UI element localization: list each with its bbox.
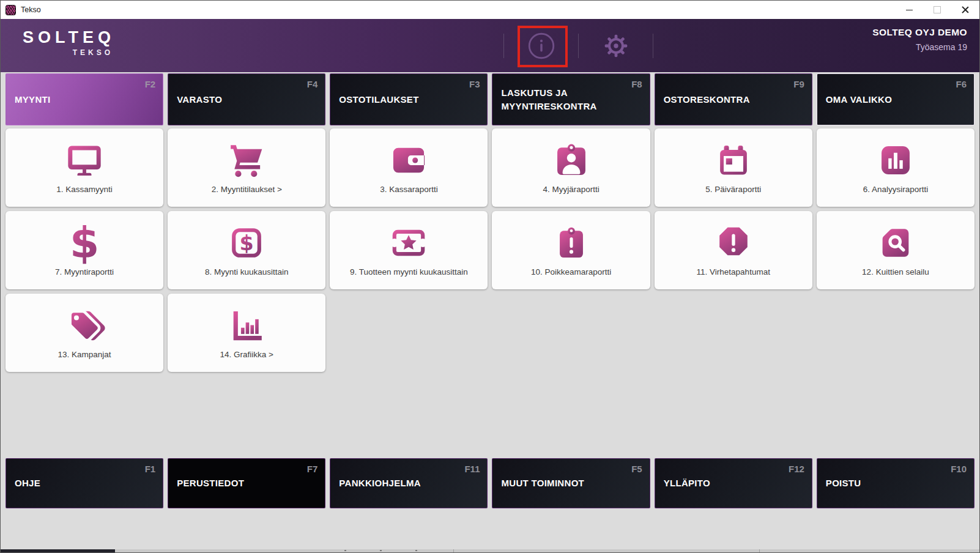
tile-label: 12. Kuittien selailu xyxy=(862,267,929,276)
tab-oma-valikko[interactable]: F6 OMA VALIKKO xyxy=(817,73,974,125)
tile-13-kampanjat[interactable]: 13. Kampanjat xyxy=(6,294,163,372)
id-badge-icon xyxy=(552,138,591,182)
fkey-badge: F11 xyxy=(464,464,480,474)
fkey-badge: F4 xyxy=(307,79,318,89)
tab-ostotilaukset[interactable]: F3 OSTOTILAUKSET xyxy=(330,73,488,125)
top-tab-bar: F2 MYYNTI F4 VARASTO F3 OSTOTILAUKSET F8… xyxy=(6,73,974,125)
divider xyxy=(653,34,653,58)
dollar-icon: $ xyxy=(65,221,104,265)
tick xyxy=(380,550,382,551)
tile-label: 13. Kampanjat xyxy=(58,350,111,359)
fkey-badge: F7 xyxy=(307,464,318,474)
chart-square-icon xyxy=(876,138,915,182)
tags-icon xyxy=(65,303,104,347)
solteq-logo: SOLTEQ TEKSO xyxy=(23,29,115,57)
monitor-icon xyxy=(65,138,104,182)
tab-label: OSTORESKONTRA xyxy=(655,93,759,106)
tile-6-analyysiraportti[interactable]: 6. Analyysiraportti xyxy=(817,128,974,207)
tile-9-tuotteen-myynti-kuukausittain[interactable]: 9. Tuotteen myynti kuukausittain xyxy=(330,211,488,289)
taskbar-peek-dark xyxy=(1,549,115,552)
tile-label: 6. Analyysiraportti xyxy=(863,185,929,194)
fkey-badge: F3 xyxy=(469,79,480,89)
ticket-star-icon xyxy=(389,221,428,265)
tile-label: 4. Myyjäraportti xyxy=(543,185,599,194)
button-pankkiohjelma[interactable]: F11 PANKKIOHJELMA xyxy=(330,458,488,508)
tile-label: 2. Myyntitilaukset > xyxy=(212,185,282,194)
tab-laskutus-ja-myyntireskontra[interactable]: F8 LASKUTUS JA MYYNTIRESKONTRA xyxy=(492,73,650,125)
tile-3-kassaraportti[interactable]: 3. Kassaraportti xyxy=(330,128,488,207)
tile-label: 14. Grafiikka > xyxy=(220,350,273,359)
tab-label: POISTU xyxy=(817,477,870,490)
tile-label: 9. Tuotteen myynti kuukausittain xyxy=(350,267,468,276)
tile-7-myyntiraportti[interactable]: $ 7. Myyntiraportti xyxy=(6,211,163,289)
workstation-label: Työasema 19 xyxy=(872,42,967,52)
maximize-button[interactable] xyxy=(923,1,951,19)
settings-button[interactable] xyxy=(579,19,653,72)
window-title: Tekso xyxy=(21,6,41,14)
tile-grid: 1. Kassamyynti 2. Myyntitilaukset > 3. K… xyxy=(6,128,974,372)
app-logo-icon xyxy=(6,5,16,15)
svg-text:$: $ xyxy=(240,231,254,255)
minimize-button[interactable] xyxy=(895,1,923,19)
octagon-alert-icon xyxy=(714,221,753,265)
logo-secondary-text: TEKSO xyxy=(23,48,115,57)
tile-label: 7. Myyntiraportti xyxy=(55,267,114,276)
window-controls xyxy=(895,1,979,19)
app-window: Tekso SOLTEQ TEKSO xyxy=(0,0,980,553)
close-button[interactable] xyxy=(951,1,979,19)
gear-icon xyxy=(603,32,629,59)
tile-11-virhetapahtumat[interactable]: 11. Virhetapahtumat xyxy=(655,211,812,289)
tile-label: 1. Kassamyynti xyxy=(56,185,113,194)
tab-label: MUUT TOIMINNOT xyxy=(492,477,593,490)
company-name: SOLTEQ OYJ DEMO xyxy=(872,27,967,38)
tab-label: OSTOTILAUKSET xyxy=(330,93,427,106)
button-ylläpito[interactable]: F12 YLLÄPITO xyxy=(655,458,812,508)
tile-14-grafiikka[interactable]: 14. Grafiikka > xyxy=(168,294,325,372)
fkey-badge: F8 xyxy=(631,79,642,89)
tile-label: 10. Poikkeamaraportti xyxy=(531,267,611,276)
button-ohje[interactable]: F1 OHJE xyxy=(6,458,163,508)
wallet-icon xyxy=(389,138,428,182)
tab-myynti[interactable]: F2 MYYNTI xyxy=(6,73,163,125)
tab-label: OHJE xyxy=(6,477,49,490)
fkey-badge: F1 xyxy=(145,464,156,474)
button-poistu[interactable]: F10 POISTU xyxy=(817,458,974,508)
tick xyxy=(415,550,417,551)
button-perustiedot[interactable]: F7 PERUSTIEDOT xyxy=(168,458,325,508)
session-info: SOLTEQ OYJ DEMO Työasema 19 xyxy=(872,27,967,52)
tab-label: PERUSTIEDOT xyxy=(168,477,253,490)
clipboard-alert-icon xyxy=(552,221,591,265)
maximize-icon xyxy=(934,6,941,13)
tile-10-poikkeamaraportti[interactable]: 10. Poikkeamaraportti xyxy=(492,211,650,289)
tile-12-kuittien-selailu[interactable]: 12. Kuittien selailu xyxy=(817,211,974,289)
logo-primary-text: SOLTEQ xyxy=(23,29,115,46)
bill-dollar-icon: $ xyxy=(227,221,266,265)
fkey-badge: F10 xyxy=(951,464,967,474)
bar-graph-icon xyxy=(227,303,266,347)
tab-varasto[interactable]: F4 VARASTO xyxy=(168,73,325,125)
divider xyxy=(759,549,760,552)
button-muut-toiminnot[interactable]: F5 MUUT TOIMINNOT xyxy=(492,458,650,508)
tile-label: 8. Myynti kuukausittain xyxy=(205,267,289,276)
receipt-search-icon xyxy=(876,221,915,265)
tile-4-myyjäraportti[interactable]: 4. Myyjäraportti xyxy=(492,128,650,207)
header-icon-group xyxy=(503,19,653,72)
tab-ostoreskontra[interactable]: F9 OSTORESKONTRA xyxy=(655,73,812,125)
cart-icon xyxy=(227,138,266,182)
fkey-badge: F2 xyxy=(145,79,156,89)
fkey-badge: F6 xyxy=(956,79,967,89)
minimize-icon xyxy=(906,10,913,10)
tick xyxy=(344,550,346,551)
tile-5-päiväraportti[interactable]: 5. Päiväraportti xyxy=(655,128,812,207)
tab-label: PANKKIOHJELMA xyxy=(330,477,429,490)
tab-label: OMA VALIKKO xyxy=(817,93,900,106)
tab-label: LASKUTUS JA MYYNTIRESKONTRA xyxy=(492,86,649,113)
info-icon xyxy=(527,32,555,60)
tile-label: 11. Virhetapahtumat xyxy=(697,267,770,276)
titlebar: Tekso xyxy=(1,1,979,19)
info-button[interactable] xyxy=(504,19,578,72)
tile-1-kassamyynti[interactable]: 1. Kassamyynti xyxy=(6,128,163,207)
tile-8-myynti-kuukausittain[interactable]: $ 8. Myynti kuukausittain xyxy=(168,211,325,289)
tab-label: MYYNTI xyxy=(6,93,59,106)
tile-2-myyntitilaukset[interactable]: 2. Myyntitilaukset > xyxy=(168,128,325,207)
